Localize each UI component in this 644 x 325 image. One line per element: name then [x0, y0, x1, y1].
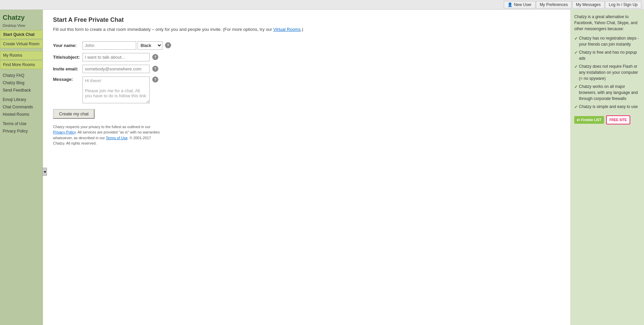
name-input-group: Black Red Blue Green Purple Orange ?: [83, 41, 171, 50]
message-label: Message:: [53, 75, 83, 105]
sidebar-item-chatzy-blog[interactable]: Chatzy Blog: [0, 79, 43, 87]
email-input[interactable]: [83, 65, 150, 73]
check-icon-4: ✓: [574, 84, 578, 90]
new-user-label: New User: [514, 2, 532, 7]
sidebar-item-terms-of-use[interactable]: Terms of Use: [0, 120, 43, 127]
page-title: Start A Free Private Chat: [53, 16, 560, 23]
message-textarea[interactable]: [83, 76, 150, 103]
preferences-label: My Preferences: [540, 2, 568, 7]
main-layout: Chatzy Desktop View Start Quick Chat Cre…: [0, 10, 644, 325]
page-subtitle: Fill out this form to create a chat room…: [53, 26, 560, 33]
title-input[interactable]: [83, 53, 150, 61]
check-icon-1: ✓: [574, 36, 578, 42]
sidebar-item-send-feedback[interactable]: Send Feedback: [0, 87, 43, 94]
sidebar-item-emoji-library[interactable]: Emoji Library: [0, 96, 43, 103]
feature-list: ✓ Chatzy has no registration steps - you…: [574, 35, 640, 110]
login-label: Log In / Sign Up: [609, 2, 638, 7]
feature-text-1: Chatzy has no registration steps - your …: [579, 35, 640, 47]
create-chat-button[interactable]: Create my chat: [53, 109, 95, 119]
check-icon-2: ✓: [574, 50, 578, 56]
sidebar-item-chat-commands[interactable]: Chat Commands: [0, 103, 43, 111]
messages-button[interactable]: My Messages: [572, 1, 604, 8]
terms-of-use-link[interactable]: Terms of Use: [106, 136, 128, 140]
login-button[interactable]: Log In / Sign Up: [605, 1, 641, 8]
sidebar-item-create-virtual-room[interactable]: Create Virtual Room: [0, 40, 43, 48]
top-navigation: 👤 New User My Preferences My Messages Lo…: [0, 0, 644, 10]
title-row: Title/subject: ?: [53, 51, 174, 63]
right-panel-intro: Chatzy is a great alternative to Faceboo…: [574, 14, 640, 32]
name-help-icon[interactable]: ?: [165, 42, 171, 48]
create-button-row: Create my chat: [53, 105, 560, 119]
message-row: Message: ?: [53, 75, 174, 105]
freebie-list-label: Freebie LIST: [581, 117, 601, 122]
freebie-list-icon: 🏷: [577, 117, 580, 122]
site-logo: Chatzy: [0, 11, 43, 23]
sidebar-item-find-more-rooms[interactable]: Find More Rooms: [0, 60, 43, 69]
desktop-view-label: Desktop View: [0, 23, 43, 30]
name-row: Your name: Black Red Blue Green Purple O…: [53, 40, 174, 51]
name-input[interactable]: [83, 41, 136, 50]
sidebar-item-start-quick-chat[interactable]: Start Quick Chat: [0, 30, 43, 39]
feature-item-5: ✓ Chatzy is simple and easy to use: [574, 104, 640, 110]
preferences-button[interactable]: My Preferences: [536, 1, 572, 8]
footer-text: Chatzy respects your privacy to the full…: [53, 124, 160, 146]
right-panel: Chatzy is a great alternative to Faceboo…: [570, 10, 644, 325]
feature-text-3: Chatzy does not require Flash or any ins…: [579, 63, 640, 82]
check-icon-3: ✓: [574, 64, 578, 70]
email-help-icon[interactable]: ?: [152, 66, 158, 72]
sidebar-item-privacy-policy[interactable]: Privacy Policy: [0, 127, 43, 135]
free-site-label: FREE SITE: [609, 118, 627, 122]
message-help-icon[interactable]: ?: [152, 76, 158, 83]
sidebar: Chatzy Desktop View Start Quick Chat Cre…: [0, 10, 43, 325]
name-label: Your name:: [53, 40, 83, 51]
feature-text-5: Chatzy is simple and easy to use: [579, 104, 638, 110]
sidebar-item-my-rooms[interactable]: My Rooms: [0, 51, 43, 60]
feature-item-3: ✓ Chatzy does not require Flash or any i…: [574, 63, 640, 82]
privacy-policy-link[interactable]: Privacy Policy: [53, 130, 76, 134]
feature-text-4: Chatzy works on all major browsers, with…: [579, 84, 640, 102]
sidebar-collapse-button[interactable]: ◄: [42, 168, 47, 176]
check-icon-5: ✓: [574, 104, 578, 110]
chat-form: Your name: Black Red Blue Green Purple O…: [53, 40, 174, 105]
messages-label: My Messages: [576, 2, 601, 7]
freebie-list-badge[interactable]: 🏷 Freebie LIST: [574, 116, 604, 124]
main-content: Start A Free Private Chat Fill out this …: [43, 10, 570, 325]
email-label: Invite email:: [53, 63, 83, 75]
email-row: Invite email: ?: [53, 63, 174, 75]
feature-item-2: ✓ Chatzy is free and has no popup ads: [574, 49, 640, 61]
feature-item-4: ✓ Chatzy works on all major browsers, wi…: [574, 84, 640, 102]
feature-item-1: ✓ Chatzy has no registration steps - you…: [574, 35, 640, 47]
sidebar-item-hosted-rooms[interactable]: Hosted Rooms: [0, 111, 43, 118]
free-site-badge[interactable]: FREE SITE: [606, 115, 630, 124]
user-icon: 👤: [507, 2, 513, 7]
new-user-button[interactable]: 👤 New User: [504, 1, 535, 8]
feature-text-2: Chatzy is free and has no popup ads: [579, 49, 640, 61]
color-select[interactable]: Black Red Blue Green Purple Orange: [138, 41, 162, 50]
sidebar-item-chatzy-faq[interactable]: Chatzy FAQ: [0, 72, 43, 79]
badge-area: 🏷 Freebie LIST FREE SITE: [574, 115, 640, 124]
title-label: Title/subject:: [53, 51, 83, 63]
title-help-icon[interactable]: ?: [152, 54, 158, 60]
virtual-rooms-link[interactable]: Virtual Rooms: [273, 27, 301, 32]
